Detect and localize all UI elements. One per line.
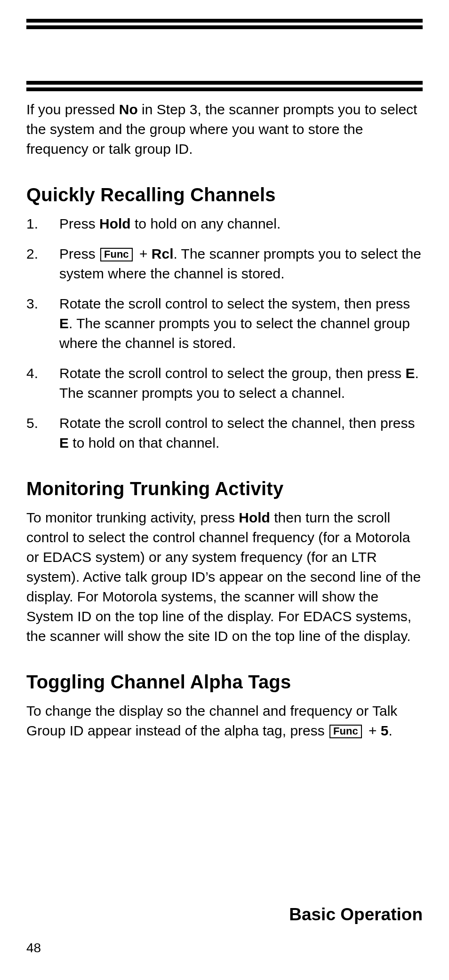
intro-text-1: If you pressed (26, 102, 119, 117)
step-5-a: Rotate the scroll control to select the … (59, 415, 415, 431)
rule-mid-1 (26, 81, 423, 85)
step-2-rcl: Rcl (152, 246, 174, 261)
step-1-a: Press (59, 216, 99, 231)
step-1-b: to hold on any channel. (131, 216, 281, 231)
step-3-e: E (59, 316, 69, 331)
step-4: Rotate the scroll control to select the … (26, 364, 423, 403)
step-3: Rotate the scroll control to select the … (26, 294, 423, 353)
step-2-a: Press (59, 246, 99, 261)
mt-a: To monitor trunking activity, press (26, 510, 239, 525)
step-2: Press Func + Rcl. The scanner prompts yo… (26, 244, 423, 284)
heading-quickly-recalling: Quickly Recalling Channels (26, 184, 423, 205)
step-5-e: E (59, 435, 69, 450)
rule-top-2 (26, 25, 423, 29)
ta-b: + (365, 723, 381, 738)
para-monitoring-trunking: To monitor trunking activity, press Hold… (26, 508, 423, 646)
para-toggling-alpha: To change the display so the channel and… (26, 701, 423, 741)
rule-mid-2 (26, 87, 423, 91)
intro-no: No (119, 102, 138, 117)
step-2-b: + (136, 246, 152, 261)
ta-5: 5 (381, 723, 389, 738)
step-5-b: to hold on that channel. (69, 435, 219, 450)
mt-b: then turn the scroll control to select t… (26, 510, 421, 644)
step-1: Press Hold to hold on any channel. (26, 214, 423, 234)
ta-c: . (389, 723, 393, 738)
heading-monitoring-trunking: Monitoring Trunking Activity (26, 478, 423, 499)
func-key-icon: Func (100, 248, 133, 261)
step-5: Rotate the scroll control to select the … (26, 413, 423, 453)
intro-paragraph: If you pressed No in Step 3, the scanner… (26, 100, 423, 159)
steps-quickly-recalling: Press Hold to hold on any channel. Press… (26, 214, 423, 453)
mt-hold: Hold (239, 510, 270, 525)
page-number: 48 (26, 940, 41, 956)
step-3-b: . The scanner prompts you to select the … (59, 316, 410, 351)
func-key-icon: Func (329, 725, 362, 738)
heading-toggling-alpha: Toggling Channel Alpha Tags (26, 672, 423, 693)
step-3-a: Rotate the scroll control to select the … (59, 296, 410, 311)
footer-section-title: Basic Operation (289, 905, 423, 925)
rule-top-1 (26, 19, 423, 23)
step-4-a: Rotate the scroll control to select the … (59, 365, 405, 381)
step-1-hold: Hold (99, 216, 131, 231)
step-4-e: E (405, 365, 415, 381)
